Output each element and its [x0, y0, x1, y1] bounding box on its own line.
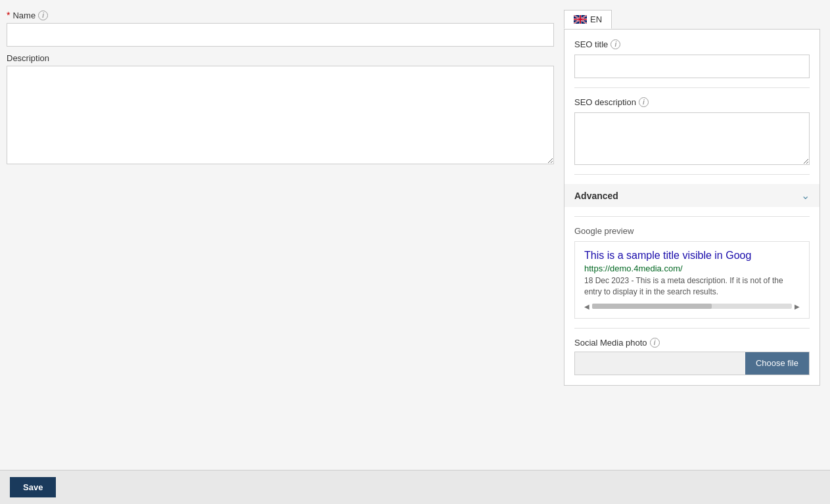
scroll-left-icon[interactable]: ◀: [584, 303, 589, 310]
save-button[interactable]: Save: [10, 477, 56, 497]
description-input[interactable]: [7, 66, 554, 164]
description-label-text: Description: [7, 53, 49, 63]
left-panel: * Name i Description: [7, 10, 554, 460]
divider-1: [574, 87, 810, 88]
social-media-section: Social Media photo i Choose file: [574, 338, 810, 375]
seo-title-info-icon: i: [611, 39, 620, 49]
lang-tabs: EN: [564, 10, 820, 29]
google-preview-box: This is a sample title visible in Goog h…: [574, 241, 810, 319]
seo-title-field: SEO title i: [574, 39, 810, 78]
name-label: * Name i: [7, 10, 554, 20]
social-media-info-icon: i: [650, 338, 660, 348]
seo-title-input[interactable]: [574, 55, 810, 78]
scroll-track: [592, 304, 792, 309]
advanced-label: Advanced: [574, 191, 618, 201]
main-content: * Name i Description: [0, 0, 830, 470]
seo-desc-info-icon: i: [639, 97, 649, 107]
google-preview-label: Google preview: [574, 226, 810, 236]
description-field-group: Description: [7, 53, 554, 166]
name-input[interactable]: [7, 23, 554, 47]
lang-tab-en[interactable]: EN: [564, 10, 612, 29]
seo-title-label-text: SEO title: [574, 39, 608, 49]
chevron-down-icon: ⌄: [801, 189, 810, 202]
social-media-label: Social Media photo i: [574, 338, 810, 348]
divider-2: [574, 174, 810, 175]
preview-scrollbar: ◀ ▶: [584, 303, 800, 310]
seo-desc-label: SEO description i: [574, 97, 810, 107]
right-panel-body: SEO title i SEO description i: [564, 29, 820, 386]
google-preview-section: Google preview This is a sample title vi…: [574, 226, 810, 319]
seo-desc-label-text: SEO description: [574, 97, 636, 107]
name-info-icon: i: [38, 11, 48, 20]
file-input-display: [575, 352, 745, 375]
preview-title: This is a sample title visible in Goog: [584, 250, 800, 262]
page-wrapper: * Name i Description: [0, 0, 830, 504]
lang-tab-label: EN: [590, 14, 602, 24]
right-panel: EN SEO title i SEO description: [564, 10, 820, 460]
name-field-group: * Name i: [7, 10, 554, 47]
seo-title-label: SEO title i: [574, 39, 810, 49]
name-label-text: Name: [12, 11, 35, 20]
seo-desc-field: SEO description i: [574, 97, 810, 165]
footer-bar: Save: [0, 470, 830, 504]
description-label: Description: [7, 53, 554, 63]
divider-4: [574, 328, 810, 329]
scroll-right-icon[interactable]: ▶: [795, 303, 800, 310]
choose-file-button[interactable]: Choose file: [745, 352, 809, 375]
seo-desc-input[interactable]: [574, 112, 810, 165]
advanced-row[interactable]: Advanced ⌄: [565, 184, 819, 207]
scroll-thumb: [592, 304, 712, 309]
divider-3: [574, 216, 810, 217]
uk-flag-icon: [574, 15, 587, 24]
social-media-label-text: Social Media photo: [574, 338, 647, 348]
preview-desc: 18 Dec 2023 - This is a meta description…: [584, 275, 800, 298]
file-input-row: Choose file: [574, 352, 810, 375]
required-star: *: [7, 10, 10, 20]
preview-url: https://demo.4media.com/: [584, 263, 800, 273]
